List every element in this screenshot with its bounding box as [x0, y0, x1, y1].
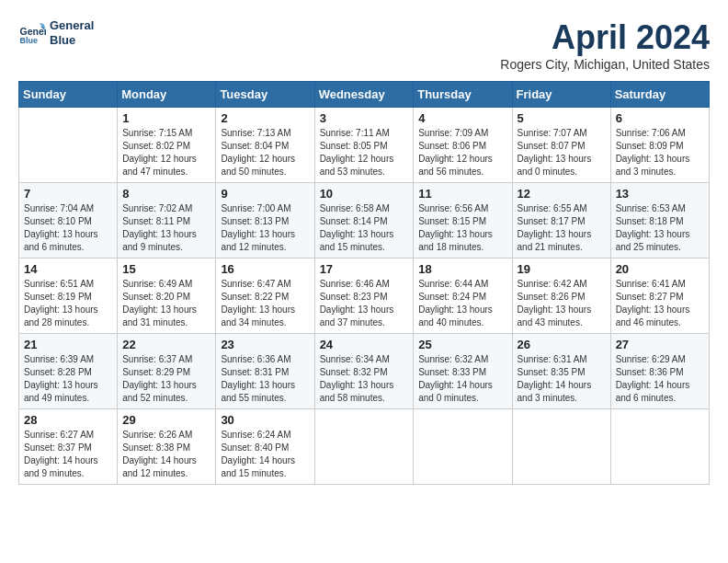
day-info: Sunrise: 6:36 AMSunset: 8:31 PMDaylight:…	[221, 353, 309, 405]
calendar-cell: 5 Sunrise: 7:07 AMSunset: 8:07 PMDayligh…	[512, 108, 610, 183]
svg-text:Blue: Blue	[20, 35, 39, 44]
calendar-cell: 26 Sunrise: 6:31 AMSunset: 8:35 PMDaylig…	[512, 334, 610, 409]
day-info: Sunrise: 7:13 AMSunset: 8:04 PMDaylight:…	[221, 127, 309, 178]
day-number: 1	[122, 111, 210, 125]
day-number: 25	[418, 338, 506, 351]
calendar-cell: 14 Sunrise: 6:51 AMSunset: 8:19 PMDaylig…	[19, 259, 118, 334]
calendar-cell: 27 Sunrise: 6:29 AMSunset: 8:36 PMDaylig…	[610, 334, 709, 409]
day-number: 3	[320, 111, 409, 125]
weekday-header: Wednesday	[314, 82, 414, 108]
day-info: Sunrise: 6:58 AMSunset: 8:14 PMDaylight:…	[320, 202, 409, 254]
calendar-cell	[314, 409, 414, 485]
day-number: 11	[418, 187, 506, 201]
calendar-cell: 12 Sunrise: 6:55 AMSunset: 8:17 PMDaylig…	[512, 183, 610, 259]
day-info: Sunrise: 6:47 AMSunset: 8:22 PMDaylight:…	[221, 278, 309, 329]
day-number: 22	[122, 338, 210, 351]
day-number: 24	[320, 338, 409, 351]
day-info: Sunrise: 7:00 AMSunset: 8:13 PMDaylight:…	[221, 202, 309, 254]
day-info: Sunrise: 6:26 AMSunset: 8:38 PMDaylight:…	[122, 429, 210, 480]
logo-icon: General Blue	[18, 19, 46, 47]
calendar-week-row: 14 Sunrise: 6:51 AMSunset: 8:19 PMDaylig…	[19, 259, 710, 334]
day-info: Sunrise: 6:49 AMSunset: 8:20 PMDaylight:…	[122, 278, 210, 329]
title-block: April 2024 Rogers City, Michigan, United…	[500, 18, 710, 72]
calendar-cell: 15 Sunrise: 6:49 AMSunset: 8:20 PMDaylig…	[118, 259, 216, 334]
day-number: 6	[616, 111, 704, 125]
day-number: 21	[24, 338, 112, 351]
calendar-cell: 10 Sunrise: 6:58 AMSunset: 8:14 PMDaylig…	[314, 183, 414, 259]
calendar-cell: 30 Sunrise: 6:24 AMSunset: 8:40 PMDaylig…	[216, 409, 314, 485]
day-info: Sunrise: 7:09 AMSunset: 8:06 PMDaylight:…	[418, 127, 506, 178]
day-info: Sunrise: 7:15 AMSunset: 8:02 PMDaylight:…	[122, 127, 210, 178]
calendar-cell: 4 Sunrise: 7:09 AMSunset: 8:06 PMDayligh…	[414, 108, 512, 183]
calendar-cell: 24 Sunrise: 6:34 AMSunset: 8:32 PMDaylig…	[314, 334, 414, 409]
calendar-cell: 9 Sunrise: 7:00 AMSunset: 8:13 PMDayligh…	[216, 183, 314, 259]
day-info: Sunrise: 7:06 AMSunset: 8:09 PMDaylight:…	[616, 127, 704, 178]
day-info: Sunrise: 6:46 AMSunset: 8:23 PMDaylight:…	[320, 278, 409, 329]
calendar-week-row: 7 Sunrise: 7:04 AMSunset: 8:10 PMDayligh…	[19, 183, 710, 259]
day-number: 10	[320, 187, 409, 201]
calendar-cell: 17 Sunrise: 6:46 AMSunset: 8:23 PMDaylig…	[314, 259, 414, 334]
day-info: Sunrise: 6:44 AMSunset: 8:24 PMDaylight:…	[418, 278, 506, 329]
calendar-cell: 28 Sunrise: 6:27 AMSunset: 8:37 PMDaylig…	[19, 409, 118, 485]
day-info: Sunrise: 7:02 AMSunset: 8:11 PMDaylight:…	[122, 202, 210, 254]
day-info: Sunrise: 6:37 AMSunset: 8:29 PMDaylight:…	[122, 353, 210, 405]
page-header: General Blue General Blue April 2024 Rog…	[18, 18, 710, 72]
day-info: Sunrise: 6:42 AMSunset: 8:26 PMDaylight:…	[518, 278, 606, 329]
day-number: 19	[518, 262, 606, 276]
day-info: Sunrise: 6:41 AMSunset: 8:27 PMDaylight:…	[616, 278, 704, 329]
weekday-header: Sunday	[19, 82, 118, 108]
calendar-week-row: 21 Sunrise: 6:39 AMSunset: 8:28 PMDaylig…	[19, 334, 710, 409]
day-info: Sunrise: 6:56 AMSunset: 8:15 PMDaylight:…	[418, 202, 506, 254]
calendar-cell: 8 Sunrise: 7:02 AMSunset: 8:11 PMDayligh…	[118, 183, 216, 259]
day-info: Sunrise: 6:24 AMSunset: 8:40 PMDaylight:…	[221, 429, 309, 480]
calendar-cell: 29 Sunrise: 6:26 AMSunset: 8:38 PMDaylig…	[118, 409, 216, 485]
calendar-cell: 6 Sunrise: 7:06 AMSunset: 8:09 PMDayligh…	[610, 108, 709, 183]
day-number: 15	[122, 262, 210, 276]
day-number: 17	[320, 262, 409, 276]
day-info: Sunrise: 6:32 AMSunset: 8:33 PMDaylight:…	[418, 353, 506, 405]
calendar-cell: 18 Sunrise: 6:44 AMSunset: 8:24 PMDaylig…	[414, 259, 512, 334]
calendar-cell: 16 Sunrise: 6:47 AMSunset: 8:22 PMDaylig…	[216, 259, 314, 334]
calendar-week-row: 28 Sunrise: 6:27 AMSunset: 8:37 PMDaylig…	[19, 409, 710, 485]
day-info: Sunrise: 6:39 AMSunset: 8:28 PMDaylight:…	[24, 353, 112, 405]
day-info: Sunrise: 6:51 AMSunset: 8:19 PMDaylight:…	[24, 278, 112, 329]
day-number: 2	[221, 111, 309, 125]
calendar-cell: 2 Sunrise: 7:13 AMSunset: 8:04 PMDayligh…	[216, 108, 314, 183]
day-number: 23	[221, 338, 309, 351]
day-info: Sunrise: 6:53 AMSunset: 8:18 PMDaylight:…	[616, 202, 704, 254]
day-number: 16	[221, 262, 309, 276]
day-number: 12	[518, 187, 606, 201]
day-info: Sunrise: 6:27 AMSunset: 8:37 PMDaylight:…	[24, 429, 112, 480]
calendar-cell: 19 Sunrise: 6:42 AMSunset: 8:26 PMDaylig…	[512, 259, 610, 334]
location: Rogers City, Michigan, United States	[500, 57, 710, 72]
calendar-cell: 1 Sunrise: 7:15 AMSunset: 8:02 PMDayligh…	[118, 108, 216, 183]
day-info: Sunrise: 6:34 AMSunset: 8:32 PMDaylight:…	[320, 353, 409, 405]
calendar-cell: 13 Sunrise: 6:53 AMSunset: 8:18 PMDaylig…	[610, 183, 709, 259]
calendar-cell: 22 Sunrise: 6:37 AMSunset: 8:29 PMDaylig…	[118, 334, 216, 409]
day-number: 5	[518, 111, 606, 125]
day-info: Sunrise: 6:31 AMSunset: 8:35 PMDaylight:…	[518, 353, 606, 405]
calendar-cell	[512, 409, 610, 485]
logo-text: General Blue	[50, 18, 94, 47]
day-number: 8	[122, 187, 210, 201]
day-number: 27	[616, 338, 704, 351]
calendar-cell: 23 Sunrise: 6:36 AMSunset: 8:31 PMDaylig…	[216, 334, 314, 409]
day-info: Sunrise: 7:04 AMSunset: 8:10 PMDaylight:…	[24, 202, 112, 254]
calendar-cell	[414, 409, 512, 485]
month-title: April 2024	[500, 18, 710, 57]
weekday-header: Thursday	[414, 82, 512, 108]
day-number: 14	[24, 262, 112, 276]
day-number: 7	[24, 187, 112, 201]
weekday-header-row: SundayMondayTuesdayWednesdayThursdayFrid…	[19, 82, 710, 108]
day-number: 4	[418, 111, 506, 125]
calendar-cell	[19, 108, 118, 183]
day-number: 28	[24, 413, 112, 427]
calendar-cell	[610, 409, 709, 485]
calendar-cell: 7 Sunrise: 7:04 AMSunset: 8:10 PMDayligh…	[19, 183, 118, 259]
calendar-week-row: 1 Sunrise: 7:15 AMSunset: 8:02 PMDayligh…	[19, 108, 710, 183]
day-number: 18	[418, 262, 506, 276]
logo-line1: General	[50, 18, 94, 33]
day-number: 13	[616, 187, 704, 201]
day-info: Sunrise: 6:29 AMSunset: 8:36 PMDaylight:…	[616, 353, 704, 405]
day-number: 9	[221, 187, 309, 201]
